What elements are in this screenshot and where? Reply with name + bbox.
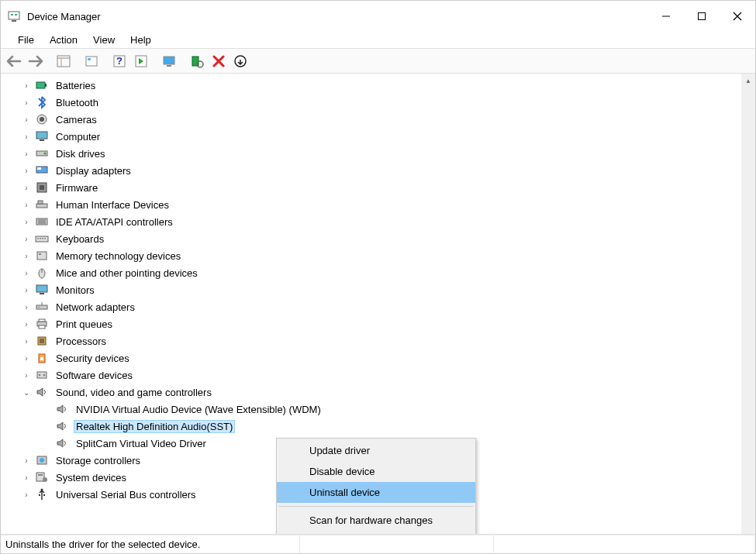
scroll-up-icon[interactable]: ▲ [745, 74, 751, 88]
tree-item[interactable]: ›Processors [21, 332, 741, 349]
chevron-right-icon[interactable]: › [21, 318, 32, 329]
svg-rect-18 [192, 57, 198, 66]
menu-action[interactable]: Action [42, 33, 85, 47]
tree-label[interactable]: Disk drives [54, 147, 108, 160]
display-button[interactable] [159, 51, 179, 71]
tree-item[interactable]: ›Memory technology devices [21, 247, 741, 264]
vertical-scrollbar[interactable]: ▲ [741, 74, 755, 534]
tree-item[interactable]: ›IDE ATA/ATAPI controllers [21, 213, 741, 230]
properties-button[interactable] [81, 51, 102, 71]
tree-label[interactable]: Computer [54, 130, 102, 143]
tree-item[interactable]: ›Keyboards [21, 230, 741, 247]
tree-label[interactable]: Monitors [54, 284, 97, 297]
context-menu-item[interactable]: Uninstall device [277, 482, 475, 503]
mouse-icon [35, 266, 49, 280]
chevron-right-icon[interactable]: › [21, 370, 32, 380]
chevron-right-icon[interactable]: › [21, 97, 32, 108]
minimize-button[interactable] [648, 1, 684, 32]
forward-button[interactable] [26, 51, 46, 71]
update-driver-button[interactable] [230, 51, 250, 71]
tree-label[interactable]: Human Interface Devices [54, 198, 171, 212]
close-button[interactable] [720, 1, 755, 32]
tree-item[interactable]: ›Human Interface Devices [21, 196, 741, 213]
tree-item[interactable]: ›Batteries [21, 77, 741, 94]
tree-label[interactable]: Network adapters [54, 301, 137, 314]
camera-icon [35, 112, 49, 126]
tree-item[interactable]: ⌄Sound, video and game controllers [21, 384, 741, 401]
go-button[interactable] [131, 51, 151, 71]
tree-label[interactable]: Batteries [54, 79, 98, 92]
chevron-right-icon[interactable]: › [21, 233, 32, 244]
maximize-button[interactable] [684, 1, 720, 32]
chevron-right-icon[interactable]: › [21, 165, 32, 176]
tree-label[interactable]: Storage controllers [54, 454, 143, 467]
chevron-right-icon[interactable]: › [21, 284, 32, 295]
tree-item[interactable]: ›Monitors [21, 281, 741, 298]
tree-label[interactable]: Keyboards [54, 232, 106, 246]
tree-item[interactable]: NVIDIA Virtual Audio Device (Wave Extens… [41, 401, 741, 418]
tree-item[interactable]: ›Network adapters [21, 298, 741, 315]
tree-label[interactable]: SplitCam Virtual Video Driver [74, 437, 209, 450]
tree-label[interactable]: Cameras [54, 113, 99, 126]
tree-item[interactable]: ›Cameras [21, 111, 741, 128]
menu-file[interactable]: File [10, 33, 42, 47]
help-button[interactable]: ? [109, 51, 129, 71]
chevron-right-icon[interactable]: › [21, 80, 32, 91]
chevron-right-icon[interactable]: › [21, 455, 32, 466]
chevron-right-icon[interactable]: › [21, 250, 32, 261]
tree-label[interactable]: Processors [54, 335, 109, 348]
tree-item[interactable]: ›Disk drives [21, 145, 741, 162]
tree-item[interactable]: ›Print queues [21, 315, 741, 332]
tree-label[interactable]: NVIDIA Virtual Audio Device (Wave Extens… [74, 403, 323, 416]
menu-help[interactable]: Help [123, 33, 159, 47]
chevron-right-icon[interactable]: › [21, 301, 32, 312]
tree-item[interactable]: ›Computer [21, 128, 741, 145]
tree-label[interactable]: Universal Serial Bus controllers [54, 488, 198, 501]
context-menu-item[interactable]: Scan for hardware changes [277, 510, 475, 531]
tree-label[interactable]: Mice and other pointing devices [54, 267, 200, 280]
tree-label[interactable]: Print queues [54, 318, 115, 331]
tree-item[interactable]: ›Security devices [21, 349, 741, 366]
chevron-right-icon[interactable]: › [21, 114, 32, 125]
tree-label[interactable]: Memory technology devices [54, 249, 183, 263]
chevron-right-icon[interactable]: › [21, 199, 32, 210]
chevron-right-icon[interactable]: › [21, 148, 32, 159]
show-tree-button[interactable] [54, 51, 74, 71]
chevron-right-icon[interactable]: › [21, 472, 32, 483]
tree-label[interactable]: Firmware [54, 181, 100, 194]
tree-label[interactable]: Security devices [54, 352, 132, 365]
svg-rect-11 [86, 57, 97, 66]
context-menu-item[interactable]: Update driver [277, 440, 475, 461]
chevron-right-icon[interactable]: › [21, 267, 32, 278]
tree-label[interactable]: IDE ATA/ATAPI controllers [54, 215, 175, 229]
tree-label[interactable]: Bluetooth [54, 96, 101, 109]
svg-rect-68 [38, 474, 43, 476]
menu-view[interactable]: View [85, 33, 123, 47]
back-button[interactable] [4, 51, 24, 71]
chevron-down-icon[interactable]: ⌄ [21, 387, 32, 397]
tree-item[interactable]: ›Mice and other pointing devices [21, 264, 741, 281]
app-icon [7, 9, 21, 23]
chevron-right-icon[interactable]: › [21, 182, 32, 193]
chevron-right-icon[interactable]: › [21, 131, 32, 142]
tree-label[interactable]: Display adapters [54, 164, 133, 177]
tree-item[interactable]: ›Software devices [21, 366, 741, 384]
tree-label[interactable]: Realtek High Definition Audio(SST) [74, 420, 235, 433]
chevron-right-icon[interactable]: › [21, 335, 32, 346]
chevron-right-icon[interactable]: › [21, 216, 32, 227]
context-menu-item[interactable]: Disable device [277, 461, 475, 482]
tree-item[interactable]: ›Display adapters [21, 162, 741, 179]
tree-item[interactable]: Realtek High Definition Audio(SST) [41, 418, 741, 435]
tree-label[interactable]: System devices [54, 471, 129, 484]
svg-rect-42 [37, 238, 39, 239]
tree-label[interactable]: Sound, video and game controllers [54, 386, 214, 399]
tree-item[interactable]: ›Firmware [21, 179, 741, 196]
tree-label[interactable]: Software devices [54, 369, 135, 382]
chevron-right-icon[interactable]: › [21, 489, 32, 500]
chevron-right-icon[interactable]: › [21, 353, 32, 363]
remove-button[interactable] [209, 51, 229, 71]
svg-rect-23 [36, 82, 45, 88]
tree-item[interactable]: ›Bluetooth [21, 94, 741, 111]
statusbar: Uninstalls the driver for the selected d… [1, 535, 755, 553]
scan-hardware-button[interactable] [187, 51, 207, 71]
